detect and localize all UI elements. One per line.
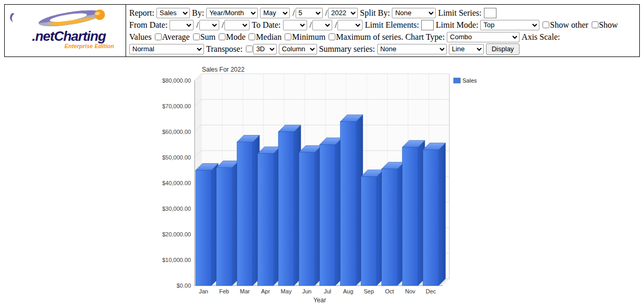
x-axis-tick-label: Jul <box>324 288 331 294</box>
x-axis-tick-label: Dec <box>426 288 436 294</box>
bar <box>382 169 398 286</box>
limit-mode-select[interactable]: Top <box>480 20 539 30</box>
to-year-select[interactable] <box>337 20 363 30</box>
x-axis-tick-label: Apr <box>261 288 270 294</box>
y-axis-tick-label: $20,000.00 <box>162 231 191 237</box>
axis-scale-label: Axis Scale: <box>522 32 560 42</box>
slash-separator: / <box>292 8 295 18</box>
report-select[interactable]: Sales <box>156 8 190 18</box>
by-select[interactable]: Year/Month <box>206 8 258 18</box>
report-label: Report: <box>129 8 154 18</box>
brand-edition: Enterprise Edition <box>8 43 122 49</box>
chart-type-select[interactable]: Combo <box>447 32 519 42</box>
maximum-label: Maximum of series. <box>336 32 403 42</box>
x-axis-tick-label: Aug <box>343 288 354 294</box>
x-axis-tick-label: Sep <box>364 288 374 294</box>
summary-type-select[interactable]: Line <box>449 44 484 54</box>
x-axis-tick-label: Jan <box>199 288 208 294</box>
slash-separator: / <box>222 20 224 30</box>
bar <box>423 150 439 286</box>
bar <box>196 170 211 286</box>
y-axis-tick-label: $30,000.00 <box>162 206 191 212</box>
sum-checkbox[interactable] <box>193 33 200 40</box>
maximum-checkbox[interactable] <box>329 33 335 40</box>
bar <box>258 154 274 286</box>
to-date-label: To Date: <box>252 20 280 30</box>
day-select[interactable]: 5 <box>296 8 323 18</box>
bar-side-face <box>439 143 446 286</box>
mode-checkbox[interactable] <box>219 33 225 40</box>
show-values-label: Show <box>599 20 618 30</box>
slash-separator: / <box>335 20 337 30</box>
page: .netCharting Enterprise Edition Report: … <box>0 0 644 307</box>
y-axis-tick-label: $80,000.00 <box>162 77 191 84</box>
report-controls: Report: Sales By: Year/Month May / 5 / 2… <box>126 5 639 56</box>
bar <box>237 142 253 286</box>
from-month-select[interactable] <box>170 20 194 30</box>
y-axis-tick-label: $50,000.00 <box>162 154 191 161</box>
bar <box>299 152 315 286</box>
limit-elements-label: Limit Elements: <box>365 20 419 30</box>
y-axis-tick-label: $0.00 <box>176 282 191 289</box>
toolbar-row-1: Report: Sales By: Year/Month May / 5 / 2… <box>129 7 636 19</box>
logo: .netCharting Enterprise Edition <box>5 5 126 56</box>
y-axis-tick-label: $60,000.00 <box>162 129 191 135</box>
x-axis-tick-label: Mar <box>240 288 250 294</box>
show-values-checkbox[interactable] <box>592 21 598 28</box>
from-date-label: From Date: <box>129 20 167 30</box>
split-by-select[interactable]: None <box>392 8 436 18</box>
average-label: Average <box>162 32 190 42</box>
median-checkbox[interactable] <box>248 33 255 40</box>
bar <box>361 177 377 286</box>
brand-name: .netCharting <box>8 29 122 43</box>
display-button[interactable]: Display <box>486 43 520 55</box>
mode-label: Mode <box>226 32 245 42</box>
dimension-select[interactable]: 3D <box>253 44 277 54</box>
toolbar-row-3: Values Average Sum Mode Median Minimum M… <box>129 31 636 43</box>
show-other-label: Show other <box>550 20 588 30</box>
series-type-select[interactable]: Column <box>279 44 317 54</box>
limit-series-input[interactable] <box>484 8 496 18</box>
slash-separator: / <box>325 8 327 18</box>
transpose-checkbox[interactable] <box>246 46 253 52</box>
y-axis-tick-label: $40,000.00 <box>162 180 191 186</box>
chart-type-label: Chart Type: <box>405 32 445 42</box>
chart-title: Sales For 2022 <box>202 66 245 73</box>
median-label: Median <box>256 32 281 42</box>
bar <box>217 168 232 286</box>
toolbar-panel: .netCharting Enterprise Edition Report: … <box>4 4 640 57</box>
split-by-label: Split By: <box>360 8 390 18</box>
by-label: By: <box>192 8 204 18</box>
x-axis-title: Year <box>313 297 326 304</box>
limit-mode-label: Limit Mode: <box>436 20 478 30</box>
limit-elements-input[interactable] <box>421 20 434 30</box>
logo-swoosh-icon <box>8 7 121 29</box>
summary-series-select[interactable]: None <box>377 44 447 54</box>
x-axis-tick-label: May <box>281 288 292 294</box>
chart-area: $0.00$10,000.00$20,000.00$30,000.00$40,0… <box>157 63 640 307</box>
year-select[interactable]: 2022 <box>328 8 358 18</box>
transpose-label: Transpose: <box>206 44 243 54</box>
month-select[interactable]: May <box>260 8 290 18</box>
sum-label: Sum <box>200 32 216 42</box>
y-axis-tick-label: $70,000.00 <box>162 103 191 109</box>
to-day-select[interactable] <box>312 20 332 30</box>
axis-scale-select[interactable]: Normal <box>129 44 204 54</box>
bar <box>402 147 418 286</box>
legend-swatch <box>454 78 460 83</box>
from-day-select[interactable] <box>199 20 219 30</box>
average-checkbox[interactable] <box>155 33 162 40</box>
show-other-checkbox[interactable] <box>543 21 549 28</box>
show-values-label-wrap: Values <box>129 32 152 42</box>
limit-series-label: Limit Series: <box>438 8 481 18</box>
slash-separator: / <box>310 20 312 30</box>
minimum-checkbox[interactable] <box>285 33 291 40</box>
bar <box>341 121 356 286</box>
bar <box>278 132 294 286</box>
legend-label: Sales <box>462 77 477 84</box>
to-month-select[interactable] <box>283 20 307 30</box>
from-year-select[interactable] <box>224 20 250 30</box>
toolbar-row-2: From Date: / / To Date: / / Limit Elemen… <box>129 19 636 31</box>
x-axis-tick-label: Feb <box>219 288 229 294</box>
x-axis-tick-label: Oct <box>385 288 394 294</box>
